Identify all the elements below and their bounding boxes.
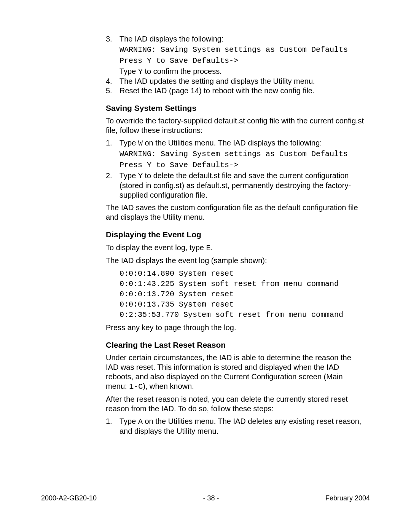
list-item-5: 5. Reset the IAD (page 14) to reboot wit… [106,86,365,96]
clearing-p1: Under certain circumstances, the IAD is … [106,353,365,391]
p1-suffix: ), when known. [143,382,194,390]
saving-item-2-text: Type Y to delete the default.st file and… [119,171,365,200]
list-item-3-lead: The IAD displays the following: [119,34,365,44]
saving-intro: To override the factory-supplied default… [106,116,365,135]
list-item-4: 4. The IAD updates the setting and displ… [106,77,365,86]
type-prefix: Type [119,67,138,75]
clearing-list: 1. Type A on the Utilities menu. The IAD… [106,417,365,436]
heading-saving-system-settings: Saving System Settings [106,103,365,113]
code-warning-2: WARNING: Saving System settings as Custo… [119,149,365,159]
key-w: W [138,139,143,148]
footer-right: February 2004 [325,494,370,503]
heading-event-log: Displaying the Event Log [106,230,365,240]
list-number: 4. [106,77,112,86]
saving-item-1: 1. Type W on the Utilities menu. The IAD… [106,138,365,170]
key-y: Y [138,67,143,76]
list-continuation: 3. The IAD displays the following: WARNI… [106,34,365,96]
code-prompt-1: Press Y to Save Defaults-> [119,56,365,66]
suffix: to delete the default.st file and save t… [119,171,351,199]
list-number: 3. [106,34,112,44]
clearing-item-1-text: Type A on the Utilities menu. The IAD de… [119,417,365,436]
code-prompt-2: Press Y to Save Defaults-> [119,160,365,170]
list-number: 1. [106,417,112,426]
type-suffix: to confirm the process. [143,67,222,75]
list-number: 5. [106,86,112,96]
footer-left: 2000-A2-GB20-10 [41,494,97,503]
intro-prefix: To display the event log, type [106,243,206,252]
key-e: E [206,244,211,252]
page-footer: 2000-A2-GB20-10 - 38 - February 2004 [41,494,370,503]
saving-item-1-lead: Type W on the Utilities menu. The IAD di… [119,138,365,148]
eventlog-intro: To display the event log, type E. [106,243,365,253]
key-1c: 1-C [129,382,143,391]
footer-center: - 38 - [203,494,219,503]
list-item-5-text: Reset the IAD (page 14) to reboot with t… [119,86,365,96]
suffix: on the Utilities menu. The IAD deletes a… [119,417,361,435]
prefix: Type [119,171,138,180]
eventlog-press: Press any key to page through the log. [106,323,365,332]
event-log-sample: 0:0:0:14.890 System reset 0:0:1:43.225 S… [119,268,365,320]
lead-prefix: Type [119,139,138,147]
eventlog-line2: The IAD displays the event log (sample s… [106,256,365,265]
list-item-3-type: Type Y to confirm the process. [119,67,365,77]
saving-item-2: 2. Type Y to delete the default.st file … [106,171,365,200]
list-item-3: 3. The IAD displays the following: WARNI… [106,34,365,77]
page: 3. The IAD displays the following: WARNI… [0,0,411,532]
list-item-4-text: The IAD updates the setting and displays… [119,77,365,86]
key-a: A [138,417,143,426]
lead-suffix: on the Utilities menu. The IAD displays … [143,139,322,147]
intro-suffix: . [211,243,213,252]
heading-clearing-reset: Clearing the Last Reset Reason [106,340,365,350]
saving-outro: The IAD saves the custom configuration f… [106,203,365,222]
clearing-item-1: 1. Type A on the Utilities menu. The IAD… [106,417,365,436]
prefix: Type [119,417,138,425]
code-warning-1: WARNING: Saving System settings as Custo… [119,45,365,55]
saving-list: 1. Type W on the Utilities menu. The IAD… [106,138,365,200]
content-area: 3. The IAD displays the following: WARNI… [106,34,365,436]
list-number: 2. [106,171,112,181]
list-number: 1. [106,138,112,148]
key-y: Y [138,172,143,181]
clearing-p2: After the reset reason is noted, you can… [106,395,365,414]
